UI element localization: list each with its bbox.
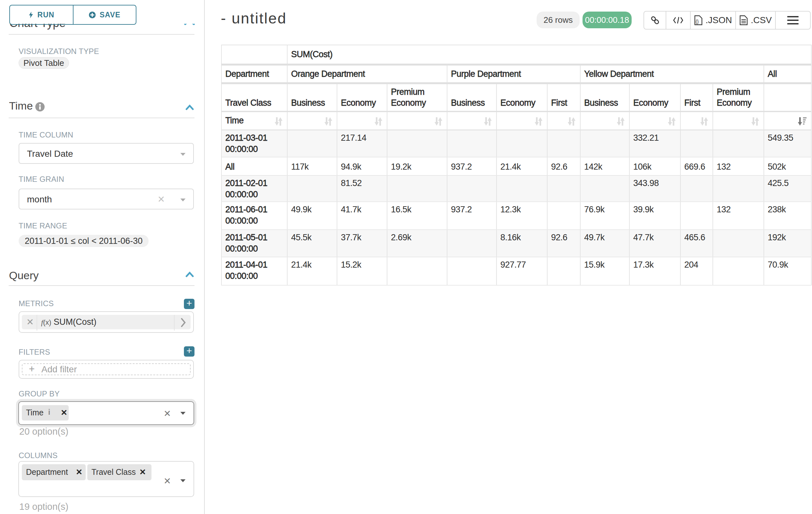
svg-text:{}: {}	[696, 19, 699, 24]
